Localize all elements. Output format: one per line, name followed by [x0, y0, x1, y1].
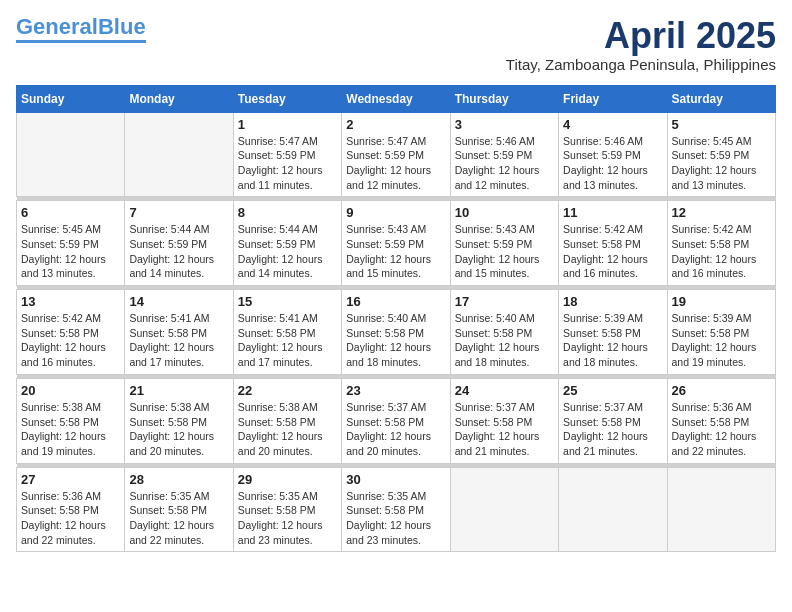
calendar-cell: 29Sunrise: 5:35 AM Sunset: 5:58 PM Dayli…	[233, 467, 341, 552]
day-number: 5	[672, 117, 771, 132]
weekday-header-thursday: Thursday	[450, 85, 558, 112]
day-number: 20	[21, 383, 120, 398]
day-number: 3	[455, 117, 554, 132]
logo-underline	[16, 40, 146, 43]
location-title: Titay, Zamboanga Peninsula, Philippines	[506, 56, 776, 73]
weekday-header-friday: Friday	[559, 85, 667, 112]
day-number: 16	[346, 294, 445, 309]
logo: GeneralBlue	[16, 16, 146, 43]
weekday-header-wednesday: Wednesday	[342, 85, 450, 112]
calendar-cell: 10Sunrise: 5:43 AM Sunset: 5:59 PM Dayli…	[450, 201, 558, 286]
calendar-cell: 9Sunrise: 5:43 AM Sunset: 5:59 PM Daylig…	[342, 201, 450, 286]
day-number: 26	[672, 383, 771, 398]
calendar-cell: 5Sunrise: 5:45 AM Sunset: 5:59 PM Daylig…	[667, 112, 775, 197]
day-number: 14	[129, 294, 228, 309]
day-info: Sunrise: 5:44 AM Sunset: 5:59 PM Dayligh…	[238, 222, 337, 281]
calendar-week-4: 20Sunrise: 5:38 AM Sunset: 5:58 PM Dayli…	[17, 378, 776, 463]
day-info: Sunrise: 5:35 AM Sunset: 5:58 PM Dayligh…	[346, 489, 445, 548]
day-number: 24	[455, 383, 554, 398]
day-info: Sunrise: 5:45 AM Sunset: 5:59 PM Dayligh…	[21, 222, 120, 281]
calendar-cell	[125, 112, 233, 197]
day-info: Sunrise: 5:46 AM Sunset: 5:59 PM Dayligh…	[455, 134, 554, 193]
day-number: 23	[346, 383, 445, 398]
day-number: 27	[21, 472, 120, 487]
calendar-cell: 8Sunrise: 5:44 AM Sunset: 5:59 PM Daylig…	[233, 201, 341, 286]
day-info: Sunrise: 5:38 AM Sunset: 5:58 PM Dayligh…	[129, 400, 228, 459]
day-info: Sunrise: 5:39 AM Sunset: 5:58 PM Dayligh…	[563, 311, 662, 370]
calendar-cell: 25Sunrise: 5:37 AM Sunset: 5:58 PM Dayli…	[559, 378, 667, 463]
day-number: 19	[672, 294, 771, 309]
calendar-cell: 7Sunrise: 5:44 AM Sunset: 5:59 PM Daylig…	[125, 201, 233, 286]
calendar-cell: 27Sunrise: 5:36 AM Sunset: 5:58 PM Dayli…	[17, 467, 125, 552]
calendar-week-5: 27Sunrise: 5:36 AM Sunset: 5:58 PM Dayli…	[17, 467, 776, 552]
day-number: 13	[21, 294, 120, 309]
calendar-cell: 23Sunrise: 5:37 AM Sunset: 5:58 PM Dayli…	[342, 378, 450, 463]
calendar-body: 1Sunrise: 5:47 AM Sunset: 5:59 PM Daylig…	[17, 112, 776, 552]
day-number: 15	[238, 294, 337, 309]
day-info: Sunrise: 5:42 AM Sunset: 5:58 PM Dayligh…	[672, 222, 771, 281]
day-number: 1	[238, 117, 337, 132]
day-number: 28	[129, 472, 228, 487]
day-number: 21	[129, 383, 228, 398]
day-number: 18	[563, 294, 662, 309]
month-title: April 2025	[506, 16, 776, 56]
day-number: 4	[563, 117, 662, 132]
calendar-cell: 24Sunrise: 5:37 AM Sunset: 5:58 PM Dayli…	[450, 378, 558, 463]
weekday-header-sunday: Sunday	[17, 85, 125, 112]
day-info: Sunrise: 5:42 AM Sunset: 5:58 PM Dayligh…	[563, 222, 662, 281]
day-info: Sunrise: 5:41 AM Sunset: 5:58 PM Dayligh…	[129, 311, 228, 370]
calendar-cell: 15Sunrise: 5:41 AM Sunset: 5:58 PM Dayli…	[233, 290, 341, 375]
day-number: 7	[129, 205, 228, 220]
day-info: Sunrise: 5:39 AM Sunset: 5:58 PM Dayligh…	[672, 311, 771, 370]
calendar-week-1: 1Sunrise: 5:47 AM Sunset: 5:59 PM Daylig…	[17, 112, 776, 197]
calendar-cell: 11Sunrise: 5:42 AM Sunset: 5:58 PM Dayli…	[559, 201, 667, 286]
calendar-week-2: 6Sunrise: 5:45 AM Sunset: 5:59 PM Daylig…	[17, 201, 776, 286]
day-number: 6	[21, 205, 120, 220]
calendar-cell: 1Sunrise: 5:47 AM Sunset: 5:59 PM Daylig…	[233, 112, 341, 197]
calendar-cell: 14Sunrise: 5:41 AM Sunset: 5:58 PM Dayli…	[125, 290, 233, 375]
day-number: 12	[672, 205, 771, 220]
calendar-cell	[17, 112, 125, 197]
day-info: Sunrise: 5:47 AM Sunset: 5:59 PM Dayligh…	[238, 134, 337, 193]
calendar-table: SundayMondayTuesdayWednesdayThursdayFrid…	[16, 85, 776, 553]
calendar-cell: 13Sunrise: 5:42 AM Sunset: 5:58 PM Dayli…	[17, 290, 125, 375]
day-info: Sunrise: 5:41 AM Sunset: 5:58 PM Dayligh…	[238, 311, 337, 370]
calendar-week-3: 13Sunrise: 5:42 AM Sunset: 5:58 PM Dayli…	[17, 290, 776, 375]
day-info: Sunrise: 5:40 AM Sunset: 5:58 PM Dayligh…	[346, 311, 445, 370]
calendar-cell: 20Sunrise: 5:38 AM Sunset: 5:58 PM Dayli…	[17, 378, 125, 463]
day-number: 29	[238, 472, 337, 487]
day-number: 22	[238, 383, 337, 398]
weekday-header-saturday: Saturday	[667, 85, 775, 112]
day-info: Sunrise: 5:35 AM Sunset: 5:58 PM Dayligh…	[238, 489, 337, 548]
logo-text: GeneralBlue	[16, 16, 146, 38]
weekday-header-tuesday: Tuesday	[233, 85, 341, 112]
weekday-header-monday: Monday	[125, 85, 233, 112]
day-info: Sunrise: 5:38 AM Sunset: 5:58 PM Dayligh…	[21, 400, 120, 459]
day-number: 2	[346, 117, 445, 132]
page-header: GeneralBlue April 2025 Titay, Zamboanga …	[16, 16, 776, 73]
day-number: 25	[563, 383, 662, 398]
calendar-header: SundayMondayTuesdayWednesdayThursdayFrid…	[17, 85, 776, 112]
day-info: Sunrise: 5:37 AM Sunset: 5:58 PM Dayligh…	[563, 400, 662, 459]
calendar-cell: 21Sunrise: 5:38 AM Sunset: 5:58 PM Dayli…	[125, 378, 233, 463]
day-number: 10	[455, 205, 554, 220]
day-info: Sunrise: 5:47 AM Sunset: 5:59 PM Dayligh…	[346, 134, 445, 193]
logo-blue: Blue	[98, 14, 146, 39]
calendar-cell: 4Sunrise: 5:46 AM Sunset: 5:59 PM Daylig…	[559, 112, 667, 197]
day-info: Sunrise: 5:43 AM Sunset: 5:59 PM Dayligh…	[346, 222, 445, 281]
day-number: 8	[238, 205, 337, 220]
title-area: April 2025 Titay, Zamboanga Peninsula, P…	[506, 16, 776, 73]
day-info: Sunrise: 5:46 AM Sunset: 5:59 PM Dayligh…	[563, 134, 662, 193]
calendar-cell: 22Sunrise: 5:38 AM Sunset: 5:58 PM Dayli…	[233, 378, 341, 463]
day-info: Sunrise: 5:43 AM Sunset: 5:59 PM Dayligh…	[455, 222, 554, 281]
calendar-cell: 17Sunrise: 5:40 AM Sunset: 5:58 PM Dayli…	[450, 290, 558, 375]
day-info: Sunrise: 5:37 AM Sunset: 5:58 PM Dayligh…	[346, 400, 445, 459]
calendar-cell: 19Sunrise: 5:39 AM Sunset: 5:58 PM Dayli…	[667, 290, 775, 375]
day-number: 9	[346, 205, 445, 220]
day-info: Sunrise: 5:35 AM Sunset: 5:58 PM Dayligh…	[129, 489, 228, 548]
day-number: 11	[563, 205, 662, 220]
calendar-cell: 3Sunrise: 5:46 AM Sunset: 5:59 PM Daylig…	[450, 112, 558, 197]
day-info: Sunrise: 5:37 AM Sunset: 5:58 PM Dayligh…	[455, 400, 554, 459]
logo-general: General	[16, 14, 98, 39]
day-number: 17	[455, 294, 554, 309]
